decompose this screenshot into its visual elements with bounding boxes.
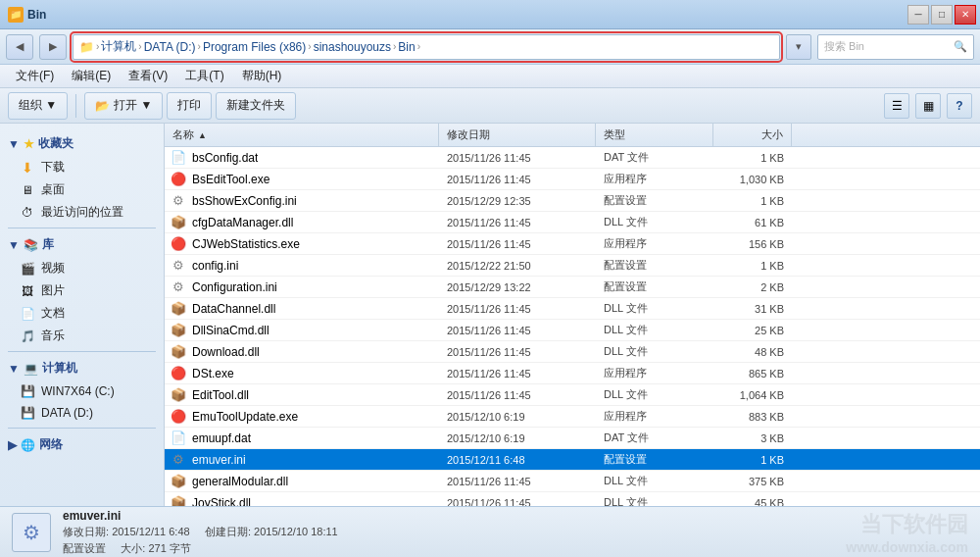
open-button[interactable]: 📂 打开 ▼ [84, 92, 163, 120]
file-row[interactable]: 🔴 BsEditTool.exe 2015/11/26 11:45 应用程序 1… [165, 169, 980, 190]
file-col-name: ⚙ emuver.ini [165, 452, 439, 468]
file-col-size: 3 KB [713, 432, 792, 444]
address-dropdown-button[interactable]: ▾ [786, 34, 811, 60]
sidebar-item-desktop[interactable]: 🖥 桌面 [0, 178, 164, 201]
print-button[interactable]: 打印 [167, 92, 212, 120]
file-row[interactable]: 📦 EditTool.dll 2015/11/26 11:45 DLL 文件 1… [165, 384, 980, 406]
breadcrumb-data[interactable]: DATA (D:) [144, 40, 196, 54]
file-row[interactable]: ⚙ Configuration.ini 2015/12/29 13:22 配置设… [165, 277, 980, 298]
status-bar: ⚙ emuver.ini 修改日期: 2015/12/11 6:48 创建日期:… [0, 506, 980, 557]
forward-button[interactable]: ▶ [39, 34, 67, 60]
file-row[interactable]: 📄 bsConfig.dat 2015/11/26 11:45 DAT 文件 1… [165, 147, 980, 169]
breadcrumb[interactable]: 📁 › 计算机 › DATA (D:) › Program Files (x86… [73, 34, 780, 60]
sidebar-header-computer[interactable]: ▼ 💻 计算机 [0, 356, 164, 380]
file-col-size: 1 KB [713, 195, 792, 207]
minimize-button[interactable]: ─ [907, 5, 929, 25]
file-col-type: 配置设置 [596, 279, 713, 294]
sidebar-header-network[interactable]: ▶ 🌐 网络 [0, 432, 164, 457]
file-row[interactable]: 📦 generalModular.dll 2015/11/26 11:45 DL… [165, 471, 980, 492]
search-icon: 🔍 [954, 40, 967, 53]
sidebar-item-d-drive[interactable]: 💾 DATA (D:) [0, 402, 164, 424]
status-modified-date: 2015/12/11 6:48 [112, 526, 190, 537]
menu-tools[interactable]: 工具(T) [177, 66, 231, 86]
file-col-type: DLL 文件 [596, 301, 713, 316]
col-header-size[interactable]: 大小 [713, 124, 792, 146]
star-icon: ★ [24, 137, 34, 151]
sidebar-item-music[interactable]: 🎵 音乐 [0, 325, 164, 347]
file-icon: ⚙ [171, 452, 186, 468]
breadcrumb-programfiles[interactable]: Program Files (x86) [203, 40, 306, 54]
search-bar[interactable]: 搜索 Bin 🔍 [817, 34, 974, 60]
view-details-button[interactable]: ▦ [915, 93, 941, 119]
breadcrumb-drive[interactable]: 计算机 [101, 38, 136, 55]
sidebar-header-favorites[interactable]: ▼ ★ 收藏夹 [0, 131, 164, 156]
file-row[interactable]: ⚙ config.ini 2015/12/22 21:50 配置设置 1 KB [165, 255, 980, 277]
file-icon: 📦 [171, 215, 186, 230]
file-row[interactable]: ⚙ emuver.ini 2015/12/11 6:48 配置设置 1 KB [165, 449, 980, 471]
file-col-name: ⚙ bsShowExConfig.ini [165, 193, 439, 209]
sidebar-divider-2 [8, 351, 156, 352]
breadcrumb-computer[interactable]: 📁 [79, 40, 94, 54]
menu-view[interactable]: 查看(V) [121, 66, 175, 86]
toolbar: 组织 ▼ 📂 打开 ▼ 打印 新建文件夹 ☰ ▦ ? [0, 88, 980, 124]
file-icon: 📦 [171, 474, 186, 489]
sidebar-videos-label: 视频 [41, 260, 65, 277]
file-name: bsConfig.dat [192, 151, 258, 165]
file-col-size: 48 KB [713, 346, 792, 358]
file-row[interactable]: 📦 Download.dll 2015/11/26 11:45 DLL 文件 4… [165, 341, 980, 363]
view-toggle-button[interactable]: ☰ [884, 93, 909, 119]
file-row[interactable]: ⚙ bsShowExConfig.ini 2015/12/29 12:35 配置… [165, 190, 980, 212]
sidebar-item-documents[interactable]: 📄 文档 [0, 302, 164, 325]
new-folder-button[interactable]: 新建文件夹 [216, 92, 296, 120]
file-row[interactable]: 📦 DllSinaCmd.dll 2015/11/26 11:45 DLL 文件… [165, 320, 980, 341]
file-row[interactable]: 🔴 DSt.exe 2015/11/26 11:45 应用程序 865 KB [165, 363, 980, 384]
computer-icon: 💻 [24, 362, 38, 376]
file-row[interactable]: 📄 emuupf.dat 2015/12/10 6:19 DAT 文件 3 KB [165, 428, 980, 449]
sidebar-header-library[interactable]: ▼ 📚 库 [0, 232, 164, 257]
col-header-type[interactable]: 类型 [596, 124, 713, 146]
file-name: config.ini [192, 259, 238, 273]
sidebar-item-videos[interactable]: 🎬 视频 [0, 257, 164, 279]
file-row[interactable]: 🔴 CJWebStatistics.exe 2015/11/26 11:45 应… [165, 233, 980, 255]
file-name: emuupf.dat [192, 431, 251, 445]
file-col-date: 2015/11/26 11:45 [439, 476, 596, 487]
file-col-name: 📦 EditTool.dll [165, 387, 439, 403]
file-col-date: 2015/11/26 11:45 [439, 238, 596, 250]
status-created-label: 创建日期: [205, 526, 251, 537]
col-header-name[interactable]: 名称 ▲ [165, 124, 439, 146]
file-row[interactable]: 📦 DataChannel.dll 2015/11/26 11:45 DLL 文… [165, 298, 980, 320]
sidebar-item-recent[interactable]: ⏱ 最近访问的位置 [0, 201, 164, 224]
file-row[interactable]: 📦 JoyStick.dll 2015/11/26 11:45 DLL 文件 4… [165, 492, 980, 506]
file-name: DataChannel.dll [192, 302, 275, 316]
back-button[interactable]: ◀ [6, 34, 33, 60]
file-col-date: 2015/12/29 13:22 [439, 281, 596, 293]
file-col-name: 📄 emuupf.dat [165, 430, 439, 446]
file-row[interactable]: 📦 cfgDataManager.dll 2015/11/26 11:45 DL… [165, 212, 980, 233]
open-label: 打开 ▼ [114, 97, 152, 114]
sidebar-item-downloads[interactable]: ⬇ 下载 [0, 156, 164, 178]
help-button[interactable]: ? [947, 93, 972, 119]
sidebar-item-pictures[interactable]: 🖼 图片 [0, 279, 164, 302]
organize-button[interactable]: 组织 ▼ [8, 92, 68, 120]
file-icon: 📄 [171, 430, 186, 446]
maximize-button[interactable]: □ [931, 5, 953, 25]
sidebar-item-c-drive[interactable]: 💾 WIN7X64 (C:) [0, 380, 164, 402]
menu-help[interactable]: 帮助(H) [234, 66, 290, 86]
file-icon: 🔴 [171, 236, 186, 252]
file-col-type: 应用程序 [596, 236, 713, 251]
breadcrumb-bin[interactable]: Bin [398, 40, 415, 54]
col-header-date[interactable]: 修改日期 [439, 124, 596, 146]
file-name: generalModular.dll [192, 475, 288, 488]
file-col-date: 2015/12/10 6:19 [439, 432, 596, 444]
status-size-label: 大小: [121, 542, 145, 554]
file-col-name: 📦 DllSinaCmd.dll [165, 323, 439, 338]
menu-file[interactable]: 文件(F) [8, 66, 62, 86]
file-row[interactable]: 🔴 EmuToolUpdate.exe 2015/12/10 6:19 应用程序… [165, 406, 980, 428]
menu-bar: 文件(F) 编辑(E) 查看(V) 工具(T) 帮助(H) [0, 65, 980, 88]
close-button[interactable]: ✕ [955, 5, 976, 25]
menu-edit[interactable]: 编辑(E) [64, 66, 119, 86]
file-col-size: 1,064 KB [713, 389, 792, 401]
breadcrumb-sinashouyouzs[interactable]: sinashouyouzs [314, 40, 391, 54]
file-col-name: 📦 Download.dll [165, 344, 439, 360]
status-info: emuver.ini 修改日期: 2015/12/11 6:48 创建日期: 2… [63, 509, 338, 556]
